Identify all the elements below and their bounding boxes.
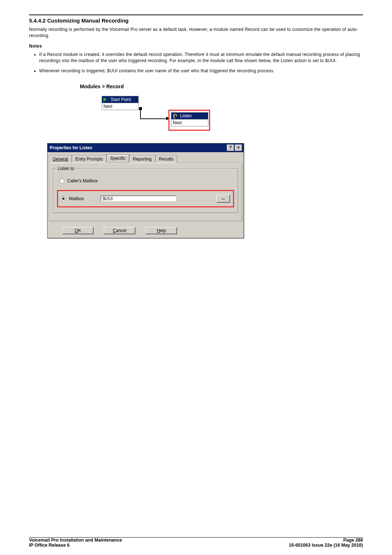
mailbox-input[interactable]: [101, 195, 177, 202]
intro-paragraph: Normally recording is performed by the V…: [29, 27, 363, 39]
listen-title: Listen: [171, 113, 208, 119]
cancel-button[interactable]: Cancel: [104, 227, 135, 234]
listen-highlight-box: Listen Next: [168, 110, 210, 131]
footer-right-1: Page 288: [343, 538, 363, 543]
startpoint-label: Start Point: [111, 97, 131, 102]
connector-line: [140, 108, 141, 119]
dialog-title: Properties for Listen: [50, 145, 226, 150]
figure-area: Modules > Record Start Point Next: [80, 82, 276, 238]
connector-line: [140, 118, 167, 119]
help-button[interactable]: ?: [227, 145, 234, 151]
note-item: If a Record module is created, it overri…: [39, 52, 363, 64]
radio-mailbox-label: Mailbox: [69, 196, 84, 201]
radio-callers-row: Caller's Mailbox: [59, 178, 234, 183]
mailbox-highlight-box: Mailbox ...: [57, 190, 234, 207]
radio-mailbox[interactable]: [61, 196, 66, 201]
tab-specific[interactable]: Specific: [107, 154, 129, 162]
listen-icon: [173, 113, 179, 118]
footer-left-1: Voicemail Pro Installation and Maintenan…: [29, 538, 122, 543]
startpoint-node[interactable]: Start Point Next: [102, 96, 139, 110]
startpoint-title: Start Point: [102, 96, 138, 103]
group-legend: Listen to: [56, 166, 75, 171]
tab-general[interactable]: General: [49, 155, 72, 163]
startpoint-next: Next: [102, 103, 138, 110]
listen-node[interactable]: Listen Next: [171, 112, 208, 126]
tab-specific-body: Listen to Caller's Mailbox Mailbox ...: [49, 162, 242, 221]
radio-callers-mailbox[interactable]: [59, 178, 64, 183]
properties-dialog: Properties for Listen ? × General Entry …: [47, 143, 244, 238]
dialog-titlebar[interactable]: Properties for Listen ? ×: [48, 143, 244, 152]
tab-entry-prompts[interactable]: Entry Prompts: [72, 155, 107, 163]
footer-left-2: IP Office Release 6: [29, 543, 70, 548]
help-button-dialog[interactable]: Help: [146, 227, 177, 234]
dialog-button-row: OK Cancel Help: [48, 224, 244, 238]
tab-results[interactable]: Results: [155, 155, 177, 163]
tab-reporting[interactable]: Reporting: [129, 155, 155, 163]
notes-label: Notes: [29, 44, 363, 49]
note-item: Whenever recording is triggered, $UUI co…: [39, 68, 363, 74]
browse-button[interactable]: ...: [216, 195, 230, 203]
radio-callers-label: Caller's Mailbox: [67, 178, 98, 183]
flow-canvas: Start Point Next Listen Next: [80, 92, 276, 143]
listen-to-group: Listen to Caller's Mailbox Mailbox ...: [53, 169, 238, 213]
breadcrumb: Modules > Record: [80, 84, 276, 89]
top-rule: [29, 15, 363, 15]
page-footer: Voicemail Pro Installation and Maintenan…: [29, 536, 363, 548]
tab-row: General Entry Prompts Specific Reporting…: [48, 152, 244, 162]
section-heading: 5.4.4.2 Customizing Manual Recording: [29, 17, 363, 24]
notes-list: If a Record module is created, it overri…: [39, 52, 363, 78]
ok-button[interactable]: OK: [62, 227, 94, 234]
listen-next: Next: [171, 119, 208, 126]
listen-label: Listen: [180, 113, 192, 118]
footer-right-2: 15-601063 Issue 22e (16 May 2010): [289, 543, 363, 548]
close-button[interactable]: ×: [235, 145, 242, 151]
play-icon: [103, 97, 107, 102]
